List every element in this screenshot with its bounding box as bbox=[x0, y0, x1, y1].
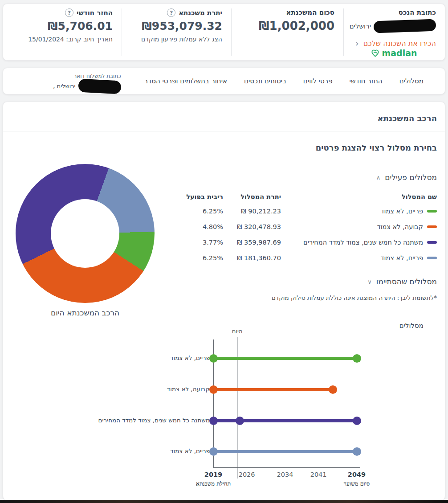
redacted-mail-address bbox=[78, 78, 121, 94]
header-track-balance: יתרת המסלול bbox=[223, 193, 281, 200]
track-color-swatch bbox=[427, 210, 437, 213]
timeline-row-label: פריים, לא צמוד bbox=[170, 447, 210, 454]
timeline-marker-dot[interactable] bbox=[236, 417, 244, 425]
track-rate: 3.77% bbox=[174, 239, 223, 246]
mortgage-summary-card: כתובת הנכס ירושלים הכירו את השכונה שלכם … bbox=[3, 4, 445, 61]
nav-items: מסלוליםהחזר חודשיפרטי לוויםביטוחים ונכסי… bbox=[144, 77, 424, 85]
track-balance: ₪ 90,212.23 bbox=[223, 208, 281, 215]
balance-note: *לתשומת ליבך: היתרה המוצגת אינה כוללת עמ… bbox=[174, 294, 437, 301]
track-name: פריים, לא צמוד bbox=[381, 254, 423, 262]
track-name: קבועה, לא צמוד bbox=[377, 223, 423, 230]
madlan-logo[interactable]: madlan bbox=[352, 48, 436, 58]
track-color-swatch bbox=[427, 225, 437, 228]
chevron-up-icon: ∧ bbox=[376, 174, 381, 181]
track-rate: 6.25% bbox=[174, 254, 223, 262]
timeline-marker-dot[interactable] bbox=[353, 354, 361, 363]
mail-address-city: ירושלים , bbox=[53, 83, 75, 90]
x-start-sublabel: תחילת משכנתא bbox=[187, 480, 240, 487]
mortgage-composition-card: הרכב המשכנתא בחירת מסלול רצוי להצגת פרטי… bbox=[3, 102, 445, 500]
mortgage-balance-column: יתרת משכנתא ? ₪953,079.32 הצג ללא עמלות … bbox=[122, 4, 231, 60]
timeline-chart: מסלוליםהיוםפריים, לא צמודקבועה, לא צמודמ… bbox=[3, 319, 445, 493]
redacted-address bbox=[374, 19, 436, 33]
table-row[interactable]: פריים, לא צמוד₪ 181,360.706.25% bbox=[174, 250, 437, 266]
mortgage-composition-donut[interactable] bbox=[16, 164, 155, 303]
page-title: הרכב המשכנתא bbox=[3, 102, 445, 131]
next-charge-date: תאריך חיוב קרוב: 15/01/2024 bbox=[14, 36, 113, 43]
mail-address-block: כתובת למשלוח דואר ירושלים , bbox=[53, 73, 121, 93]
timeline-marker-dot[interactable] bbox=[209, 417, 218, 425]
timeline-row-label: פריים, לא צמוד bbox=[170, 354, 210, 361]
header-track-rate: ריבית בפועל bbox=[174, 193, 223, 200]
finished-tracks-accordion[interactable]: מסלולים שהסתיימו ∨ bbox=[174, 277, 437, 286]
nav-item-3[interactable]: ביטוחים ונכסים bbox=[244, 77, 286, 85]
header-track-name: שם המסלול bbox=[281, 193, 437, 200]
footer-edge-bar bbox=[0, 500, 448, 503]
table-row[interactable]: פריים, לא צמוד₪ 90,212.236.25% bbox=[174, 203, 437, 219]
tracks-table-header: שם המסלול יתרת המסלול ריבית בפועל bbox=[174, 191, 437, 203]
tracks-table-body: פריים, לא צמוד₪ 90,212.236.25%קבועה, לא … bbox=[174, 203, 437, 266]
mail-address-label: כתובת למשלוח דואר bbox=[74, 73, 121, 79]
x-tick-label: 2049 bbox=[341, 471, 372, 478]
section-subtitle: בחירת מסלול רצוי להצגת פרטים bbox=[3, 131, 445, 152]
timeline-marker-dot[interactable] bbox=[353, 447, 361, 456]
timeline-marker-dot[interactable] bbox=[353, 417, 361, 425]
mortgage-balance-label: יתרת משכנתא bbox=[179, 9, 222, 17]
track-balance: ₪ 181,360.70 bbox=[223, 254, 281, 262]
timeline-marker-dot[interactable] bbox=[329, 385, 337, 394]
x-tick-label: 2019 bbox=[198, 471, 229, 478]
track-rate: 4.80% bbox=[174, 223, 223, 230]
x-tick-label: 2041 bbox=[303, 471, 334, 478]
property-address-label: כתובת הנכס bbox=[352, 8, 436, 16]
nav-item-0[interactable]: מסלולים bbox=[399, 77, 424, 85]
track-color-swatch bbox=[427, 257, 437, 259]
donut-panel: הרכב המשכנתא היום bbox=[11, 158, 174, 317]
main-nav: מסלוליםהחזר חודשיפרטי לוויםביטוחים ונכסי… bbox=[3, 68, 445, 94]
timeline-track-line[interactable] bbox=[213, 388, 333, 391]
track-name-cell: פריים, לא צמוד bbox=[281, 254, 437, 262]
track-name-cell: קבועה, לא צמוד bbox=[281, 223, 437, 230]
help-icon[interactable]: ? bbox=[167, 8, 175, 17]
active-tracks-accordion[interactable]: מסלולים פעילים ∧ bbox=[174, 173, 437, 182]
madlan-wordmark: madlan bbox=[382, 48, 417, 58]
nav-item-1[interactable]: החזר חודשי bbox=[350, 77, 383, 85]
track-balance: ₪ 320,478.93 bbox=[223, 223, 281, 230]
mortgage-amount-column: סכום המשכנתא ₪1,002,000 bbox=[231, 4, 343, 60]
address-city: ירושלים bbox=[350, 22, 371, 30]
tracks-panel: מסלולים פעילים ∧ שם המסלול יתרת המסלול ר… bbox=[174, 158, 437, 317]
mortgage-amount-label: סכום המשכנתא bbox=[240, 8, 334, 16]
monthly-payment-label: החזר חודשי bbox=[77, 9, 113, 17]
help-icon[interactable]: ? bbox=[65, 8, 73, 17]
monthly-payment-value: ₪5,706.01 bbox=[14, 20, 113, 33]
timeline-track-line[interactable] bbox=[213, 357, 357, 360]
timeline-row-label: קבועה, לא צמוד bbox=[167, 385, 210, 393]
chevron-left-icon: ‹ bbox=[355, 39, 359, 48]
today-label: היום bbox=[224, 328, 251, 335]
timeline-row-label: משתנה כל חמש שנים, צמוד למדד המחירים bbox=[98, 417, 210, 424]
track-name: משתנה כל חמש שנים, צמוד למדד המחירים bbox=[303, 239, 423, 246]
timeline-marker-dot[interactable] bbox=[209, 447, 218, 456]
track-name-cell: פריים, לא צמוד bbox=[281, 208, 437, 215]
track-balance: ₪ 359,987.69 bbox=[223, 239, 281, 246]
chevron-down-icon: ∨ bbox=[367, 278, 372, 285]
mortgage-amount-value: ₪1,002,000 bbox=[240, 19, 334, 33]
timeline-marker-dot[interactable] bbox=[209, 385, 218, 394]
donut-caption: הרכב המשכנתא היום bbox=[16, 308, 155, 317]
mortgage-balance-value: ₪953,079.32 bbox=[130, 20, 222, 33]
nav-item-4[interactable]: איחור בתשלומים ופרטי הסדר bbox=[144, 77, 228, 85]
nav-item-2[interactable]: פרטי לווים bbox=[303, 77, 333, 85]
table-row[interactable]: קבועה, לא צמוד₪ 320,478.934.80% bbox=[174, 219, 437, 234]
x-tick-label: 2034 bbox=[269, 471, 301, 478]
monthly-payment-column: החזר חודשי ? ₪5,706.01 תאריך חיוב קרוב: … bbox=[5, 4, 122, 60]
track-name: פריים, לא צמוד bbox=[381, 208, 423, 215]
neighborhood-link[interactable]: הכירו את השכונה שלכם ‹ bbox=[352, 39, 436, 48]
track-name-cell: משתנה כל חמש שנים, צמוד למדד המחירים bbox=[281, 239, 437, 246]
track-color-swatch bbox=[427, 241, 437, 244]
x-tick-label: 2026 bbox=[231, 471, 262, 478]
timeline-track-line[interactable] bbox=[213, 450, 357, 453]
property-address-column: כתובת הנכס ירושלים הכירו את השכונה שלכם … bbox=[343, 4, 445, 60]
show-without-fees-link[interactable]: הצג ללא עמלות פירעון מוקדם bbox=[130, 36, 222, 43]
timeline-marker-dot[interactable] bbox=[209, 354, 218, 363]
timeline-track-line[interactable] bbox=[213, 419, 357, 422]
composition-content: מסלולים פעילים ∧ שם המסלול יתרת המסלול ר… bbox=[3, 158, 445, 317]
table-row[interactable]: משתנה כל חמש שנים, צמוד למדד המחירים₪ 35… bbox=[174, 234, 437, 250]
